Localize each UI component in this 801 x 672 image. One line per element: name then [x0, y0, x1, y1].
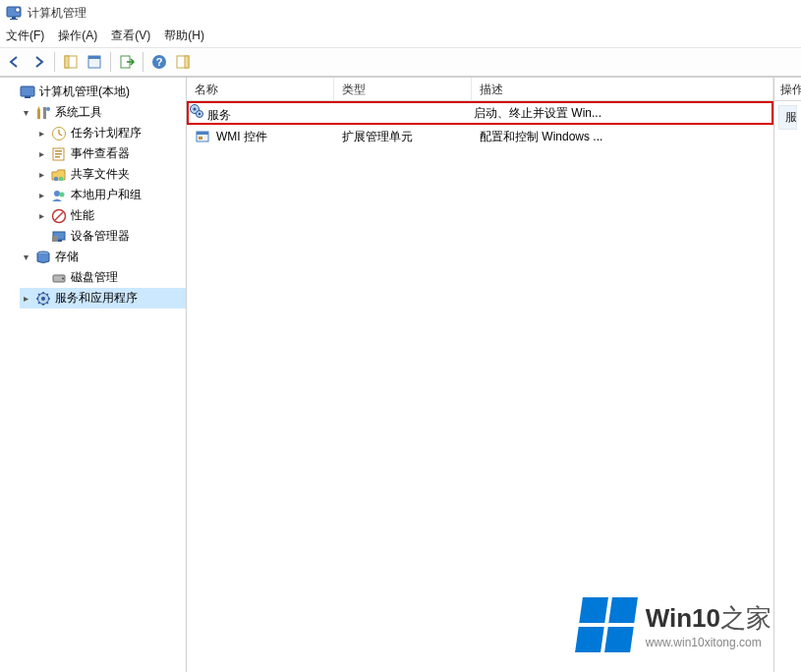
toolbar-separator — [54, 52, 55, 72]
svg-rect-1 — [12, 17, 16, 19]
watermark-text: Win10之家 www.win10xitong.com — [646, 601, 772, 649]
svg-rect-12 — [185, 56, 189, 68]
tree-node-label: 本地用户和组 — [71, 187, 142, 203]
event-viewer-icon — [51, 146, 67, 162]
local-users-icon — [51, 188, 67, 203]
svg-rect-30 — [52, 236, 58, 242]
svg-point-35 — [41, 297, 45, 301]
menu-help[interactable]: 帮助(H) — [164, 28, 204, 44]
tree-node-label: 计算机管理(本地) — [39, 84, 130, 100]
tree-node-label: 服务和应用程序 — [55, 290, 138, 307]
menubar: 文件(F) 操作(A) 查看(V) 帮助(H) — [0, 26, 801, 47]
list-row[interactable]: 服务 启动、终止并设置 Win... — [187, 101, 773, 125]
expand-icon[interactable]: ▸ — [35, 128, 47, 140]
tree-node-storage[interactable]: ▾ 存储 — [20, 247, 186, 267]
svg-rect-7 — [88, 56, 100, 59]
back-button[interactable] — [4, 51, 26, 73]
expand-icon[interactable]: ▾ — [20, 252, 31, 263]
tree-node-label: 磁盘管理 — [71, 269, 118, 286]
svg-rect-21 — [55, 153, 62, 155]
column-header-name[interactable]: 名称 — [187, 78, 334, 100]
tree-node-label: 任务计划程序 — [71, 125, 142, 141]
list-row[interactable]: WMI 控件 扩展管理单元 配置和控制 Windows ... — [187, 125, 773, 148]
tree-node-shared-folders[interactable]: ▸ 共享文件夹 — [35, 164, 186, 185]
export-list-button[interactable] — [116, 51, 138, 73]
cell-name: 服务 — [207, 108, 231, 122]
content-area: 计算机管理(本地) ▾ 系统工具 — [0, 77, 801, 672]
help-button[interactable]: ? — [148, 51, 170, 73]
disk-management-icon — [51, 270, 67, 286]
show-hide-tree-button[interactable] — [60, 51, 82, 73]
cell-type: 扩展管理单元 — [334, 129, 472, 145]
device-manager-icon — [51, 229, 67, 245]
computer-management-icon — [20, 84, 35, 100]
properties-button[interactable] — [84, 51, 105, 73]
column-header-type[interactable]: 类型 — [334, 78, 472, 100]
svg-point-33 — [62, 277, 64, 279]
tree-node-label: 事件查看器 — [71, 145, 130, 162]
forward-button[interactable] — [28, 51, 49, 73]
expand-icon[interactable]: ▸ — [20, 293, 31, 305]
svg-point-17 — [46, 107, 50, 111]
window-title: 计算机管理 — [28, 5, 86, 22]
svg-rect-16 — [43, 107, 46, 119]
navigation-tree[interactable]: 计算机管理(本地) ▾ 系统工具 — [0, 82, 186, 308]
list-pane: 名称 类型 描述 服务 启动、终止并设置 Win... — [187, 78, 773, 672]
menu-action[interactable]: 操作(A) — [58, 28, 97, 44]
tree-node-label: 设备管理器 — [71, 228, 130, 245]
tree-node-services-apps[interactable]: ▸ 服务和应用程序 — [20, 288, 186, 308]
svg-point-26 — [60, 192, 65, 196]
menu-file[interactable]: 文件(F) — [6, 28, 44, 44]
expand-icon[interactable]: ▸ — [35, 148, 47, 160]
tree-node-system-tools[interactable]: ▾ 系统工具 — [20, 102, 186, 123]
toolbar: ? — [0, 47, 801, 77]
list-header: 名称 类型 描述 — [187, 78, 773, 101]
tree-node-root[interactable]: 计算机管理(本地) — [4, 82, 186, 102]
watermark: Win10之家 www.win10xitong.com — [579, 597, 772, 652]
tree-node-label: 共享文件夹 — [71, 166, 130, 183]
task-scheduler-icon — [51, 126, 67, 141]
menu-view[interactable]: 查看(V) — [111, 28, 150, 44]
svg-rect-5 — [65, 56, 69, 68]
show-hide-action-pane-button[interactable] — [172, 51, 194, 73]
system-tools-icon — [35, 105, 51, 121]
svg-rect-15 — [37, 110, 40, 119]
svg-point-37 — [194, 107, 197, 110]
wmi-icon — [195, 129, 210, 144]
tree-node-device-manager[interactable]: 设备管理器 — [35, 226, 186, 247]
services-apps-icon — [35, 291, 51, 307]
actions-item[interactable]: 服务 — [778, 105, 797, 130]
expand-icon[interactable]: ▾ — [20, 107, 31, 119]
list-body: 服务 启动、终止并设置 Win... WMI 控件 扩展管理单元 配置和控制 W… — [187, 101, 773, 672]
actions-pane-body: 服务 — [774, 101, 801, 132]
titlebar: 计算机管理 — [0, 0, 801, 26]
toolbar-separator — [110, 52, 111, 72]
tree-node-label: 性能 — [71, 207, 94, 224]
tree-node-event-viewer[interactable]: ▸ 事件查看器 — [35, 143, 186, 164]
svg-rect-14 — [25, 96, 30, 98]
svg-point-3 — [16, 8, 21, 13]
svg-point-23 — [54, 176, 58, 180]
expand-icon[interactable]: ▸ — [35, 169, 47, 181]
tree-pane: 计算机管理(本地) ▾ 系统工具 — [0, 78, 187, 672]
tree-node-task-scheduler[interactable]: ▸ 任务计划程序 — [35, 123, 186, 143]
svg-rect-41 — [197, 132, 208, 135]
tree-node-performance[interactable]: ▸ 性能 — [35, 205, 186, 226]
tree-node-label: 系统工具 — [55, 104, 102, 121]
actions-pane: 操作 服务 — [773, 78, 801, 672]
svg-rect-13 — [21, 86, 34, 96]
svg-rect-20 — [55, 150, 62, 152]
storage-icon — [35, 250, 51, 265]
tree-node-disk-mgmt[interactable]: 磁盘管理 — [35, 267, 186, 288]
expand-icon[interactable]: ▸ — [35, 190, 47, 201]
svg-rect-2 — [10, 19, 18, 20]
tree-node-local-users[interactable]: ▸ 本地用户和组 — [35, 185, 186, 205]
actions-pane-header: 操作 — [774, 78, 801, 101]
expand-icon[interactable]: ▸ — [35, 210, 47, 222]
column-header-desc[interactable]: 描述 — [472, 78, 773, 100]
svg-text:?: ? — [156, 56, 163, 68]
performance-icon — [51, 208, 67, 224]
svg-point-39 — [199, 112, 200, 114]
watermark-brand-strong: Win10 — [646, 603, 720, 633]
watermark-url: www.win10xitong.com — [646, 636, 772, 649]
